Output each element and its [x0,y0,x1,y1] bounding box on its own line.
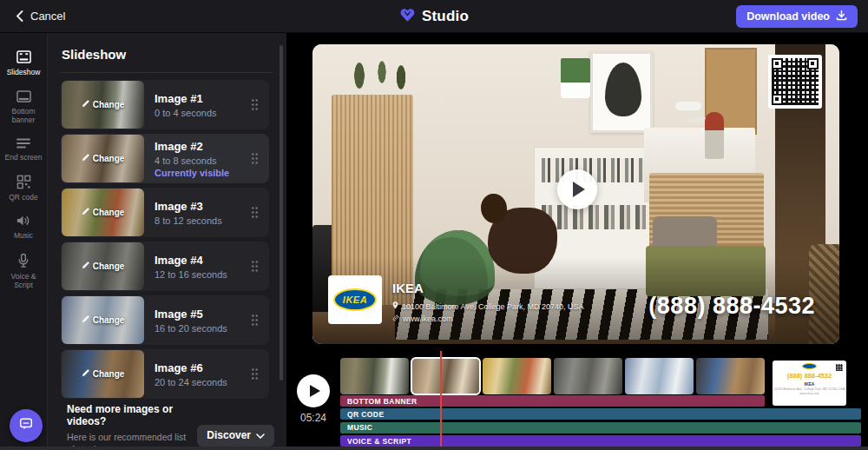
business-phone: (888) 888-4532 [648,293,815,320]
change-label: Change [93,100,125,109]
qr-code-overlay[interactable] [768,55,822,109]
sidebar-item-label: End screen [5,153,43,162]
sidebar-item-voice-script[interactable]: Voice & Script [0,247,47,296]
slide-row-6[interactable]: Change Image #6 20 to 24 seconds [61,349,269,399]
track-voice-script[interactable]: VOICE & SCRIPT [340,435,861,447]
end-card-logo [802,363,817,369]
footer-text: Need more images or videos? Here is our … [67,403,190,450]
panel-scrollbar[interactable] [279,45,283,381]
business-website: www.ikea.com [392,314,453,323]
chat-fab-button[interactable] [10,409,43,442]
slide-title: Image #3 [155,200,251,213]
drag-handle-icon[interactable] [251,98,259,111]
slideshow-icon [16,50,32,64]
drag-handle-icon[interactable] [251,206,259,219]
slide-thumbnail: Change [62,242,144,290]
timeline-thumb-2-selected[interactable] [411,358,480,394]
brand: Studio [399,0,469,33]
slide-meta: Image #2 4 to 8 seconds Currently visibl… [144,140,251,178]
change-button[interactable]: Change [62,135,144,182]
sidebar-item-label: QR code [9,193,38,202]
timeline-thumb-6[interactable] [696,358,765,394]
drag-handle-icon[interactable] [251,152,259,165]
timeline-thumb-5[interactable] [625,358,694,394]
change-button[interactable]: Change [62,296,144,344]
change-button[interactable]: Change [62,242,144,290]
change-button[interactable]: Change [62,189,144,236]
qr-pattern [772,58,819,105]
chevron-left-icon [16,10,23,22]
sidebar-item-bottom-banner[interactable]: Bottom banner [0,83,47,131]
sidebar-item-qr-code[interactable]: QR code [0,169,47,208]
timeline-play-button[interactable] [297,374,330,407]
bottom-banner-overlay[interactable]: IKEA IKEA 10100 Baltimore Ave, College P… [312,271,839,344]
slide-row-1[interactable]: Change Image #1 0 to 4 seconds [61,80,269,129]
track-label: MUSIC [347,423,372,432]
slide-title: Image #1 [155,92,251,105]
scene-palm-print [605,63,641,116]
timeline-thumbnails [340,358,765,394]
sidebar-item-music[interactable]: Music [0,208,47,247]
end-card-qr-icon [836,364,843,371]
studio-app: Cancel Studio Download video Slideshow [0,0,868,450]
download-label: Download video [746,10,830,23]
timeline-playhead[interactable] [440,351,442,448]
scene-potted-plant [561,58,590,98]
currently-visible-badge: Currently visible [155,168,251,178]
scene-lamp [675,102,701,110]
play-overlay-button[interactable] [557,169,597,209]
timeline-end-card[interactable]: (888) 888-4532 IKEA 10100 Baltimore Ave,… [773,361,846,406]
slide-thumbnail: Change [62,135,144,182]
pencil-icon [82,154,89,163]
change-label: Change [93,315,125,325]
slide-row-3[interactable]: Change Image #3 8 to 12 seconds [61,188,269,237]
slide-title: Image #4 [155,254,251,267]
drag-handle-icon[interactable] [251,367,259,381]
slide-time: 20 to 24 seconds [155,377,251,387]
discover-button[interactable]: Discover [197,425,274,447]
change-button[interactable]: Change [62,81,144,129]
cancel-button[interactable]: Cancel [16,10,65,23]
slide-meta: Image #6 20 to 24 seconds [144,361,251,387]
sidebar-item-slideshow[interactable]: Slideshow [0,43,47,83]
timeline-thumb-3[interactable] [483,358,551,394]
sidebar-item-label: Music [14,231,33,241]
slide-time: 0 to 4 seconds [155,108,251,118]
end-card-website: www.ikea.com [773,393,846,396]
track-music[interactable]: MUSIC [340,422,861,433]
scene-wall-art [590,51,653,133]
play-icon [573,182,585,197]
timeline-thumb-4[interactable] [554,358,622,394]
slide-title: Image #5 [155,308,251,321]
scene-plant-stems [344,50,413,96]
app-title: Studio [422,8,469,25]
slide-title: Image #6 [155,361,251,374]
slide-title: Image #2 [155,140,251,153]
timeline-thumb-1[interactable] [340,358,409,394]
sidebar-item-label: Slideshow [7,68,41,77]
panel-footer: Need more images or videos? Here is our … [67,403,274,450]
slide-meta: Image #5 16 to 20 seconds [144,308,251,334]
slide-time: 16 to 20 seconds [155,323,251,334]
qr-code-icon [16,175,31,189]
video-preview[interactable]: IKEA IKEA 10100 Baltimore Ave, College P… [312,44,839,344]
slide-thumbnail: Change [62,296,144,344]
track-bottom-banner[interactable]: BOTTOM BANNER [340,395,765,407]
change-button[interactable]: Change [62,350,144,398]
timeline-current-time: 05:24 [297,412,330,424]
drag-handle-icon[interactable] [251,314,259,327]
sidebar-item-end-screen[interactable]: End screen [0,131,47,169]
bottom-banner-icon [16,89,32,103]
microphone-icon [17,253,30,268]
drag-handle-icon[interactable] [251,260,259,273]
main-stage: IKEA IKEA 10100 Baltimore Ave, College P… [286,33,868,450]
slide-thumbnail: Change [62,81,144,129]
address-text: 10100 Baltimore Ave, College Park, MD 20… [402,302,583,311]
sidebar-item-label: Bottom banner [2,107,45,125]
slide-row-5[interactable]: Change Image #5 16 to 20 seconds [61,295,269,345]
slide-row-4[interactable]: Change Image #4 12 to 16 seconds [61,242,269,291]
slide-row-2[interactable]: Change Image #2 4 to 8 seconds Currently… [61,134,269,183]
end-card-phone: (888) 888-4532 [773,372,846,380]
download-video-button[interactable]: Download video [736,5,858,28]
track-qr-code[interactable]: QR CODE [340,408,861,420]
